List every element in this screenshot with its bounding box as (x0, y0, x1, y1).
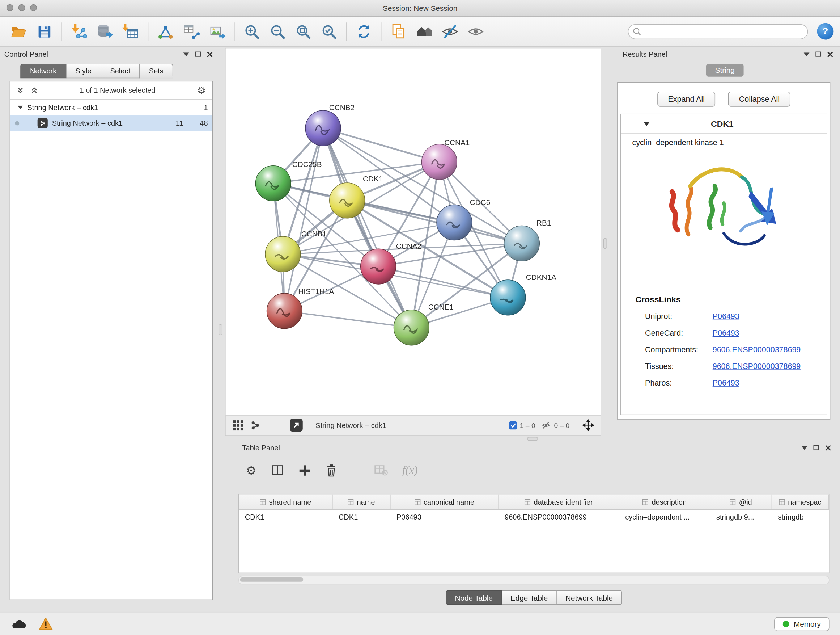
network-collection-row[interactable]: String Network – cdk1 1 (10, 100, 212, 115)
results-panel-close-button[interactable] (824, 50, 836, 59)
table-cell[interactable]: cyclin–dependent ... (619, 513, 711, 521)
new-network-from-table-button[interactable] (179, 19, 204, 43)
crosslink-link[interactable]: P06493 (713, 328, 739, 337)
node-RB1[interactable] (504, 226, 540, 261)
copy-document-button[interactable] (386, 19, 411, 43)
column-header-name[interactable]: name (333, 494, 391, 509)
control-panel-float-button[interactable] (180, 50, 192, 59)
node-CCNA2[interactable] (361, 249, 396, 284)
node-HIST1H1A[interactable] (267, 293, 302, 329)
tab-style[interactable]: Style (66, 64, 101, 78)
delete-table-button-disabled[interactable] (374, 464, 388, 477)
edge-CCNB2-CCNA1[interactable] (323, 128, 439, 162)
show-columns-button[interactable] (271, 464, 284, 477)
node-CDC25B[interactable] (256, 166, 291, 201)
tab-sets[interactable]: Sets (140, 64, 173, 78)
export-image-button[interactable] (205, 19, 229, 43)
cloud-button[interactable] (11, 617, 27, 630)
crosslink-link[interactable]: 9606.ENSP00000378699 (713, 362, 801, 371)
window-zoom-button[interactable] (30, 4, 37, 11)
control-panel-maximize-button[interactable] (192, 50, 204, 59)
node-CCNE1[interactable] (394, 310, 429, 345)
tab-select[interactable]: Select (101, 64, 140, 78)
memory-button[interactable]: Memory (775, 617, 829, 631)
zoom-in-button[interactable] (240, 19, 264, 43)
refresh-button[interactable] (352, 19, 376, 43)
network-overview-button[interactable] (249, 421, 261, 430)
import-network-file-button[interactable] (67, 19, 92, 43)
gene-section-header[interactable]: CDK1 (621, 114, 827, 133)
new-network-button[interactable] (153, 19, 178, 43)
table-options-gear-button[interactable]: ⚙ (246, 463, 256, 477)
table-cell[interactable]: P06493 (391, 513, 499, 521)
node-CDKN1A[interactable] (490, 280, 526, 315)
scrollbar-thumb[interactable] (240, 578, 303, 582)
results-panel-maximize-button[interactable] (812, 50, 824, 59)
tab-network[interactable]: Network (20, 64, 66, 78)
zoom-selected-button[interactable] (317, 19, 341, 43)
window-minimize-button[interactable] (18, 4, 25, 11)
edge-CCNB2-CCNE1[interactable] (323, 128, 411, 328)
edge-CCNB2-HIST1H1A[interactable] (284, 128, 323, 311)
crosslink-link[interactable]: 9606.ENSP00000378699 (713, 345, 801, 354)
edge-HIST1H1A-CCNE1[interactable] (284, 311, 411, 328)
function-builder-button[interactable]: f(x) (402, 463, 418, 477)
zoom-out-button[interactable] (265, 19, 290, 43)
crosslink-link[interactable]: P06493 (713, 312, 739, 320)
collapse-all-button[interactable]: Collapse All (728, 92, 790, 106)
collapse-all-networks-button[interactable] (14, 86, 27, 95)
network-row[interactable]: String Network – cdk1 11 48 (10, 115, 212, 131)
left-splitter-handle[interactable] (218, 325, 222, 335)
import-table-button[interactable] (118, 19, 143, 43)
table-horizontal-scrollbar[interactable] (238, 576, 829, 585)
right-splitter-handle[interactable] (603, 238, 607, 249)
help-button[interactable]: ? (817, 23, 834, 40)
warnings-button[interactable] (39, 617, 53, 631)
table-cell[interactable]: CDK1 (333, 513, 391, 521)
save-session-button[interactable] (32, 19, 57, 43)
string-tab-badge[interactable]: String (706, 64, 744, 77)
create-column-button[interactable] (298, 464, 311, 477)
table-panel-float-button[interactable] (798, 443, 810, 452)
bottom-splitter-handle[interactable] (527, 437, 538, 440)
expand-all-networks-button[interactable] (28, 86, 40, 95)
hide-selected-button[interactable] (438, 19, 462, 43)
node-CCNA1[interactable] (422, 144, 457, 180)
table-cell[interactable]: CDK1 (239, 513, 333, 521)
column-header-shared-name[interactable]: shared name (239, 494, 333, 509)
table-cell[interactable]: stringdb (772, 513, 829, 521)
column-header-description[interactable]: description (619, 494, 711, 509)
column-header-namespac[interactable]: namespac (772, 494, 829, 509)
table-cell[interactable]: 9606.ENSP00000378699 (499, 513, 619, 521)
node-CCNB2[interactable] (305, 111, 341, 146)
grid-view-button[interactable] (232, 421, 244, 430)
node-CDK1[interactable] (330, 183, 365, 218)
expand-all-button[interactable]: Expand All (657, 92, 715, 106)
column-header-canonical-name[interactable]: canonical name (391, 494, 499, 509)
column-header--id[interactable]: @id (711, 494, 772, 509)
node-CDC6[interactable] (437, 205, 472, 241)
tab-node-table[interactable]: Node Table (446, 591, 502, 605)
network-canvas[interactable]: CCNB2CCNA1CDC25BCDK1CDC6RB1CCNB1CCNA2CDK… (225, 48, 601, 416)
fit-content-button[interactable] (583, 421, 594, 430)
results-panel-float-button[interactable] (801, 50, 813, 59)
delete-column-button[interactable] (325, 464, 338, 477)
zoom-fit-button[interactable] (291, 19, 316, 43)
tab-edge-table[interactable]: Edge Table (502, 591, 557, 605)
show-all-button[interactable] (463, 19, 488, 43)
column-header-database-identifier[interactable]: database identifier (499, 494, 619, 509)
table-panel-maximize-button[interactable] (810, 443, 822, 452)
search-input[interactable] (628, 24, 808, 39)
table-row-0[interactable]: CDK1CDK1P064939606.ENSP00000378699cyclin… (239, 510, 829, 524)
table-panel-close-button[interactable] (822, 443, 834, 452)
table-cell[interactable]: stringdb:9... (711, 513, 772, 521)
node-CCNB1[interactable] (265, 236, 301, 272)
import-network-database-button[interactable] (93, 19, 117, 43)
selected-checkbox-icon[interactable] (509, 421, 517, 429)
control-panel-close-button[interactable] (204, 50, 216, 59)
open-session-button[interactable] (6, 19, 31, 43)
window-close-button[interactable] (6, 4, 13, 11)
tab-network-table[interactable]: Network Table (557, 591, 622, 605)
network-options-gear-button[interactable]: ⚙ (195, 86, 208, 95)
crosslink-link[interactable]: P06493 (713, 378, 739, 387)
